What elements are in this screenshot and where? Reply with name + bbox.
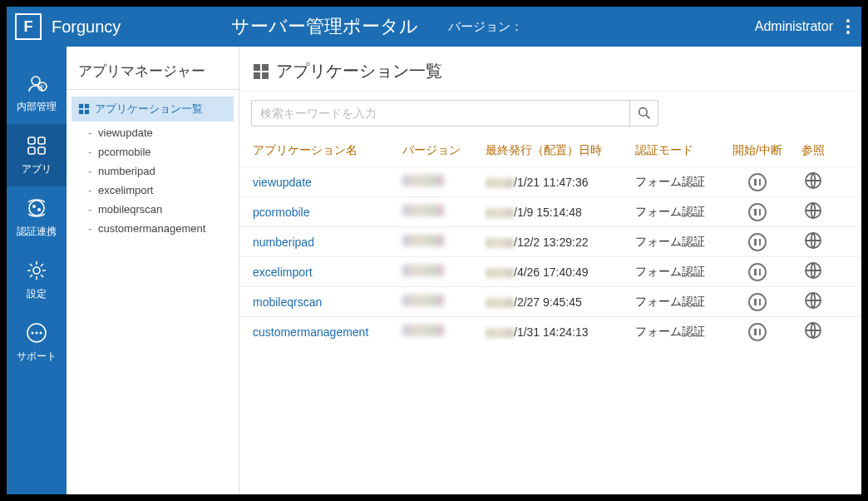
auth-mode: フォーム認証 xyxy=(635,175,727,190)
svg-rect-4 xyxy=(38,137,45,144)
table-row: mobileqrscan/2/27 9:45:45フォーム認証 xyxy=(239,286,861,316)
auth-mode: フォーム認証 xyxy=(635,205,727,220)
svg-point-8 xyxy=(32,205,36,208)
version-redacted xyxy=(402,295,444,306)
version-redacted xyxy=(402,235,444,246)
version-redacted xyxy=(402,265,444,276)
view-button[interactable] xyxy=(804,201,822,220)
gear-icon xyxy=(25,259,48,282)
search-input[interactable] xyxy=(252,107,629,120)
date-prefix-redacted xyxy=(486,298,514,308)
svg-rect-5 xyxy=(28,147,35,154)
portal-title: サーバー管理ポータル xyxy=(231,14,418,39)
date-suffix: /1/9 15:14:48 xyxy=(514,206,582,219)
view-button[interactable] xyxy=(804,261,822,280)
tree-root-apps[interactable]: アプリケーション一覧 xyxy=(72,97,234,122)
date-suffix: /1/21 11:47:36 xyxy=(514,176,589,189)
nav-rail: F 内部管理 アプリ 認証連携 設定 xyxy=(7,47,67,494)
app-manager-tree: アプリマネージャー アプリケーション一覧 viewupdatepcormobil… xyxy=(67,47,239,494)
app-name-link[interactable]: customermanagement xyxy=(253,325,368,339)
date-prefix-redacted xyxy=(486,268,514,278)
pause-button[interactable] xyxy=(748,173,767,191)
auth-mode: フォーム認証 xyxy=(635,325,727,340)
tiles-icon xyxy=(253,63,269,80)
date-prefix-redacted xyxy=(486,238,514,248)
table-row: numberipad/12/2 13:29:22フォーム認証 xyxy=(239,226,861,256)
svg-rect-18 xyxy=(85,110,89,114)
svg-rect-16 xyxy=(85,104,89,108)
tree-child-excelimport[interactable]: excelimport xyxy=(67,181,239,200)
svg-point-12 xyxy=(32,332,34,335)
pause-button[interactable] xyxy=(748,293,767,311)
svg-rect-19 xyxy=(254,64,260,71)
globe-icon xyxy=(804,321,822,340)
search-box xyxy=(251,100,658,126)
app-name-link[interactable]: mobileqrscan xyxy=(253,295,322,309)
rail-settings[interactable]: 設定 xyxy=(7,249,67,311)
pause-button[interactable] xyxy=(748,233,767,251)
col-header-version: バージョン xyxy=(402,143,486,158)
rail-apps[interactable]: アプリ xyxy=(7,124,67,186)
date-prefix-redacted xyxy=(486,208,514,218)
auth-mode: フォーム認証 xyxy=(635,235,727,250)
svg-rect-15 xyxy=(79,104,83,108)
table-row: customermanagement/1/31 14:24:13フォーム認証 xyxy=(239,316,861,346)
apps-table: アプリケーション名 バージョン 最終発行（配置）日時 認証モード 開始/中断 参… xyxy=(239,135,861,346)
svg-point-23 xyxy=(639,108,647,117)
globe-icon xyxy=(804,231,822,250)
version-redacted xyxy=(402,325,444,336)
apps-grid-icon xyxy=(25,134,48,157)
pause-button[interactable] xyxy=(748,203,767,221)
logo-icon: F xyxy=(15,13,42,40)
table-row: pcormobile/1/9 15:14:48フォーム認証 xyxy=(239,196,861,226)
search-button[interactable] xyxy=(629,101,658,126)
globe-icon xyxy=(804,261,822,280)
rail-auth[interactable]: 認証連携 xyxy=(7,186,67,249)
tree-child-viewupdate[interactable]: viewupdate xyxy=(67,123,239,142)
app-name-link[interactable]: viewupdate xyxy=(253,176,312,189)
col-header-view: 参照 xyxy=(788,143,838,158)
more-menu-icon[interactable] xyxy=(846,19,850,34)
pause-button[interactable] xyxy=(748,323,767,341)
svg-rect-21 xyxy=(254,72,260,79)
tree-child-customermanagement[interactable]: customermanagement xyxy=(67,219,239,238)
view-button[interactable] xyxy=(804,231,822,250)
tree-child-mobileqrscan[interactable]: mobileqrscan xyxy=(67,200,239,219)
svg-rect-22 xyxy=(262,72,269,79)
svg-text:F: F xyxy=(41,84,44,90)
table-row: excelimport/4/26 17:40:49フォーム認証 xyxy=(239,256,861,286)
view-button[interactable] xyxy=(804,321,822,340)
auth-link-icon xyxy=(25,196,48,220)
table-row: viewupdate/1/21 11:47:36フォーム認証 xyxy=(239,166,861,196)
svg-point-13 xyxy=(36,332,38,335)
tree-child-numberipad[interactable]: numberipad xyxy=(67,161,239,181)
date-prefix-redacted xyxy=(486,328,514,338)
col-header-start: 開始/中断 xyxy=(727,143,788,158)
col-header-auth: 認証モード xyxy=(635,143,727,158)
rail-internal[interactable]: F 内部管理 xyxy=(7,62,67,124)
svg-point-7 xyxy=(29,201,44,216)
tiles-icon xyxy=(78,103,90,115)
col-header-date: 最終発行（配置）日時 xyxy=(486,143,635,158)
leftpane-title: アプリマネージャー xyxy=(67,62,239,90)
version-label: バージョン： xyxy=(448,19,523,35)
app-name-link[interactable]: pcormobile xyxy=(253,206,309,219)
product-name: Forguncy xyxy=(52,17,121,37)
rail-support[interactable]: サポート xyxy=(7,311,67,374)
svg-rect-6 xyxy=(38,147,45,154)
user-name[interactable]: Administrator xyxy=(755,19,833,34)
pause-button[interactable] xyxy=(748,263,767,281)
ellipsis-circle-icon xyxy=(25,321,48,345)
svg-rect-17 xyxy=(79,110,83,114)
app-name-link[interactable]: numberipad xyxy=(253,236,314,249)
auth-mode: フォーム認証 xyxy=(635,295,727,310)
globe-icon xyxy=(804,171,822,190)
tree-child-pcormobile[interactable]: pcormobile xyxy=(67,142,239,161)
svg-point-9 xyxy=(37,208,41,211)
view-button[interactable] xyxy=(804,171,822,190)
svg-rect-3 xyxy=(28,137,35,144)
view-button[interactable] xyxy=(804,291,822,310)
app-name-link[interactable]: excelimport xyxy=(253,265,313,279)
date-prefix-redacted xyxy=(486,178,514,188)
date-suffix: /1/31 14:24:13 xyxy=(514,325,589,339)
